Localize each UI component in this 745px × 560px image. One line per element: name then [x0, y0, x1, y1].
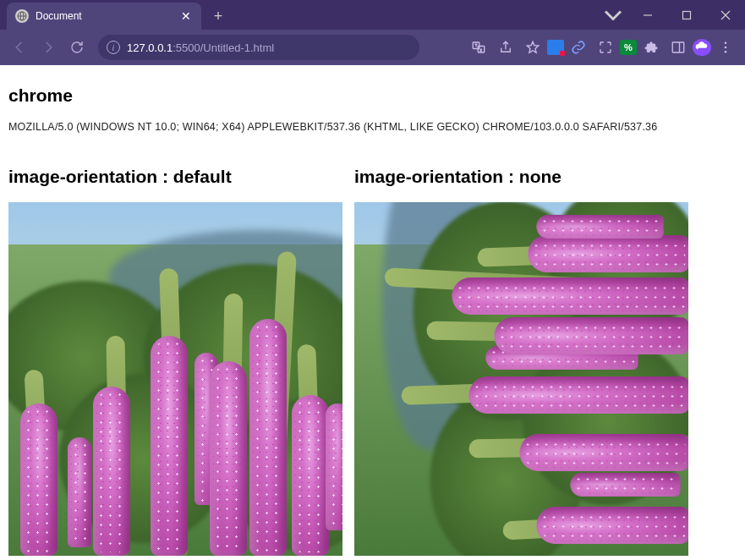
tabstrip: Document ✕ +	[0, 3, 230, 30]
column-none: image-orientation : none	[354, 167, 688, 556]
tab-title: Document	[36, 10, 173, 22]
svg-marker-9	[527, 41, 539, 52]
address-bar[interactable]: i 127.0.0.1:5500/Untitled-1.html	[98, 35, 419, 60]
new-tab-button[interactable]: +	[206, 4, 230, 28]
bookmark-star-icon[interactable]	[520, 35, 545, 60]
image-default	[8, 202, 342, 556]
browser-toolbar: i 127.0.0.1:5500/Untitled-1.html %	[0, 30, 745, 65]
browser-tab[interactable]: Document ✕	[7, 3, 201, 30]
svg-point-14	[725, 51, 727, 53]
col1-title: image-orientation : default	[8, 167, 342, 187]
svg-rect-10	[672, 42, 684, 52]
reload-button[interactable]	[64, 35, 90, 60]
page-content: chrome MOZILLA/5.0 (WINDOWS NT 10.0; WIN…	[0, 65, 745, 560]
svg-rect-4	[683, 11, 691, 19]
user-agent-text: MOZILLA/5.0 (WINDOWS NT 10.0; WIN64; X64…	[8, 121, 737, 133]
close-tab-button[interactable]: ✕	[179, 9, 193, 23]
url-text: 127.0.0.1:5500/Untitled-1.html	[127, 41, 411, 54]
extension-cloud-icon[interactable]	[693, 39, 711, 56]
globe-icon	[15, 9, 29, 23]
page-heading: chrome	[8, 85, 737, 106]
extension-percent-icon[interactable]: %	[620, 40, 637, 55]
svg-point-13	[725, 47, 727, 49]
translate-icon[interactable]	[466, 35, 491, 60]
close-window-button[interactable]	[706, 3, 745, 27]
frame-icon[interactable]	[593, 35, 618, 60]
toolbar-actions: %	[466, 35, 738, 60]
svg-point-12	[725, 41, 727, 44]
forward-button[interactable]	[36, 35, 61, 60]
col2-title: image-orientation : none	[354, 167, 688, 187]
kebab-menu-icon[interactable]	[713, 35, 738, 60]
url-path: :5500/Untitled-1.html	[173, 41, 274, 54]
minimize-button[interactable]	[628, 3, 667, 27]
chevron-down-icon[interactable]	[598, 3, 628, 27]
maximize-button[interactable]	[667, 3, 706, 27]
image-none	[354, 202, 688, 556]
side-panel-icon[interactable]	[666, 35, 691, 60]
url-host: 127.0.0.1	[127, 41, 173, 54]
share-icon[interactable]	[493, 35, 518, 60]
window-titlebar: Document ✕ +	[0, 0, 745, 30]
link-icon[interactable]	[566, 35, 591, 60]
extensions-puzzle-icon[interactable]	[638, 35, 664, 60]
site-info-icon[interactable]: i	[107, 41, 120, 54]
column-default: image-orientation : default	[8, 167, 342, 556]
back-button[interactable]	[7, 35, 32, 60]
extension-translator-icon[interactable]	[547, 40, 564, 55]
image-row: image-orientation : default	[8, 167, 737, 556]
window-controls	[598, 0, 745, 30]
